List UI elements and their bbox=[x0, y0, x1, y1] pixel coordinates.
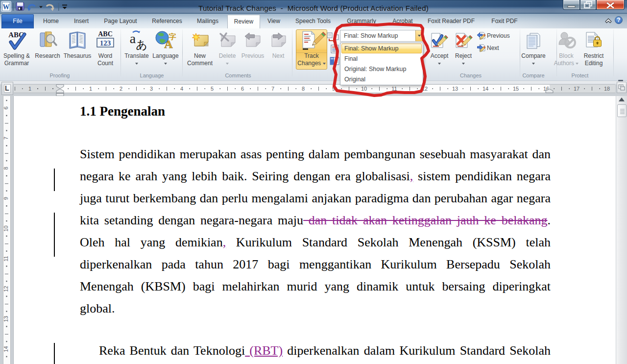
svg-text:1: 1 bbox=[89, 86, 92, 92]
svg-text:8: 8 bbox=[302, 86, 305, 92]
svg-text:12: 12 bbox=[3, 286, 9, 291]
svg-text:123: 123 bbox=[100, 39, 111, 47]
svg-text:4: 4 bbox=[180, 86, 183, 92]
svg-text:10: 10 bbox=[3, 225, 9, 231]
svg-text:9: 9 bbox=[332, 86, 335, 92]
svg-text:ABC: ABC bbox=[98, 30, 113, 38]
svg-text:W: W bbox=[3, 3, 10, 11]
svg-text:14: 14 bbox=[482, 86, 488, 92]
svg-text:5: 5 bbox=[211, 86, 214, 92]
svg-text:2: 2 bbox=[120, 86, 122, 92]
svg-text:15: 15 bbox=[513, 86, 519, 92]
svg-text:8: 8 bbox=[3, 167, 9, 170]
svg-text:13: 13 bbox=[3, 316, 9, 322]
svg-text:9: 9 bbox=[3, 197, 9, 200]
svg-text:3: 3 bbox=[150, 86, 153, 92]
svg-text:11: 11 bbox=[391, 86, 397, 92]
svg-text:6: 6 bbox=[3, 106, 9, 109]
svg-text:18: 18 bbox=[604, 86, 610, 92]
svg-text:17: 17 bbox=[574, 86, 579, 92]
svg-text:あ: あ bbox=[136, 38, 147, 51]
svg-text:12: 12 bbox=[422, 86, 428, 92]
svg-text:6: 6 bbox=[241, 86, 244, 92]
svg-text:字: 字 bbox=[169, 32, 176, 41]
svg-text:1: 1 bbox=[28, 86, 31, 92]
svg-text:14: 14 bbox=[3, 346, 9, 352]
svg-text:13: 13 bbox=[452, 86, 458, 92]
svg-text:10: 10 bbox=[361, 86, 367, 92]
svg-text:7: 7 bbox=[3, 137, 9, 140]
svg-text:7: 7 bbox=[271, 86, 274, 92]
svg-text:a: a bbox=[130, 31, 136, 46]
svg-text:11: 11 bbox=[3, 256, 9, 261]
